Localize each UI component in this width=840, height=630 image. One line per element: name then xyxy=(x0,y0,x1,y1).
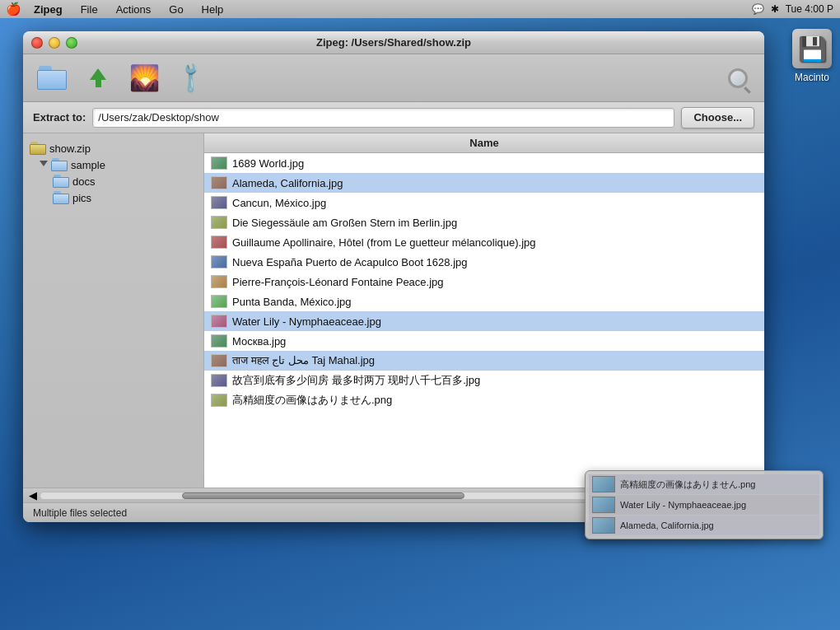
file-row[interactable]: Pierre-François-Léonard Fontaine Peace.j… xyxy=(204,272,764,292)
toolbar: 🌄 🔧 xyxy=(23,54,764,102)
open-button[interactable] xyxy=(33,60,71,96)
file-thumb xyxy=(211,315,227,328)
file-name: 1689 World.jpg xyxy=(232,157,304,170)
preview-thumb xyxy=(592,497,615,513)
magnify-handle xyxy=(744,86,750,93)
tools-button[interactable]: 🔧 xyxy=(171,60,209,96)
scrollbar-thumb[interactable] xyxy=(182,492,464,499)
sidebar: show.zip sample docs xyxy=(23,133,204,488)
extract-path-field[interactable]: /Users/zak/Desktop/show xyxy=(92,108,674,128)
menubar-file[interactable]: File xyxy=(77,2,102,16)
file-thumb xyxy=(211,236,227,249)
file-row[interactable]: Guillaume Apollinaire, Hôtel (from Le gu… xyxy=(204,232,764,252)
file-list-header: Name xyxy=(204,133,764,153)
preview-row: 高精細度の画像はありません.png xyxy=(589,474,819,494)
file-name: Alameda, California.jpg xyxy=(232,177,343,189)
file-row[interactable]: 1689 World.jpg xyxy=(204,153,764,173)
preview-thumb xyxy=(592,476,615,492)
minimize-button[interactable] xyxy=(49,37,60,49)
file-row[interactable]: Alameda, California.jpg xyxy=(204,173,764,193)
extract-label: Extract to: xyxy=(33,111,86,124)
file-thumb xyxy=(211,354,227,367)
file-thumb xyxy=(211,394,227,407)
preview-label: Alameda, California.jpg xyxy=(620,520,714,530)
file-name: Nueva España Puerto de Acapulco Boot 162… xyxy=(232,256,468,268)
traffic-lights xyxy=(31,37,77,49)
content-area: show.zip sample docs xyxy=(23,133,764,488)
menubar-actions[interactable]: Actions xyxy=(112,2,156,16)
desktop-hd-icon[interactable]: 💾 Macinto xyxy=(792,29,832,83)
bluetooth-icon: ✱ xyxy=(771,3,779,15)
maximize-button[interactable] xyxy=(66,37,77,49)
wrench-icon: 🔧 xyxy=(172,59,209,96)
file-name: Punta Banda, México.jpg xyxy=(232,296,352,308)
preview-thumb xyxy=(592,517,615,534)
close-button[interactable] xyxy=(31,37,43,49)
preview-row: Water Lily - Nymphaeaceae.jpg xyxy=(589,495,819,515)
preview-popup: 高精細度の画像はありません.pngWater Lily - Nymphaeace… xyxy=(585,470,824,539)
pics-folder-icon xyxy=(53,191,69,204)
file-thumb xyxy=(211,216,227,229)
file-list[interactable]: 1689 World.jpgAlameda, California.jpgCan… xyxy=(204,153,764,488)
titlebar: Zipeg: /Users/Shared/show.zip xyxy=(23,31,764,54)
file-name: ताज महल محل تاج Taj Mahal.jpg xyxy=(232,354,375,367)
apple-menu[interactable]: 🍎 xyxy=(7,2,20,16)
main-window: Zipeg: /Users/Shared/show.zip 🌄 🔧 xyxy=(23,31,764,522)
preview-popup-inner: 高精細度の画像はありません.pngWater Lily - Nymphaeace… xyxy=(589,474,819,535)
preview-label: 高精細度の画像はありません.png xyxy=(620,478,755,491)
file-row[interactable]: Die Siegessäule am Großen Stern im Berli… xyxy=(204,212,764,232)
file-row[interactable]: Punta Banda, México.jpg xyxy=(204,292,764,311)
menubar-zipeg[interactable]: Zipeg xyxy=(30,2,67,16)
window-title: Zipeg: /Users/Shared/show.zip xyxy=(316,36,471,49)
preview-row: Alameda, California.jpg xyxy=(589,516,819,535)
docs-folder-icon xyxy=(53,175,69,188)
menubar: 🍎 Zipeg File Actions Go Help 💬 ✱ Tue 4:0… xyxy=(0,0,840,18)
file-thumb xyxy=(211,176,227,189)
file-row[interactable]: Москва.jpg xyxy=(204,331,764,351)
file-thumb xyxy=(211,334,227,348)
file-row[interactable]: 故宫到底有多少间房 最多时两万 现时八千七百多.jpg xyxy=(204,371,764,390)
file-row[interactable]: Cancun, México.jpg xyxy=(204,193,764,212)
file-name: Москва.jpg xyxy=(232,335,286,348)
extract-row: Extract to: /Users/zak/Desktop/show Choo… xyxy=(23,102,764,133)
file-thumb xyxy=(211,295,227,308)
file-thumb xyxy=(211,275,227,288)
scroll-left-button[interactable]: ◀ xyxy=(26,490,40,502)
file-row[interactable]: Nueva España Puerto de Acapulco Boot 162… xyxy=(204,252,764,272)
extract-button[interactable] xyxy=(79,60,117,96)
menubar-help[interactable]: Help xyxy=(198,2,228,16)
sample-folder-icon xyxy=(51,158,68,171)
preview-label: Water Lily - Nymphaeaceae.jpg xyxy=(620,500,746,510)
docs-label: docs xyxy=(72,175,95,188)
hd-label: Macinto xyxy=(795,72,829,83)
file-name: Die Siegessäule am Großen Stern im Berli… xyxy=(232,217,457,229)
file-name: 故宫到底有多少间房 最多时两万 现时八千七百多.jpg xyxy=(232,373,480,388)
zip-root-label: show.zip xyxy=(49,142,91,155)
menubar-go[interactable]: Go xyxy=(165,2,187,16)
file-row[interactable]: Water Lily - Nymphaeaceae.jpg xyxy=(204,311,764,331)
menubar-right: 💬 ✱ Tue 4:00 P xyxy=(752,3,833,15)
file-thumb xyxy=(211,255,227,268)
sidebar-item-docs[interactable]: docs xyxy=(23,173,203,189)
file-list-container: Name 1689 World.jpgAlameda, California.j… xyxy=(204,133,764,488)
sidebar-item-pics[interactable]: pics xyxy=(23,189,203,206)
file-row[interactable]: ताज महल محل تاج Taj Mahal.jpg xyxy=(204,351,764,371)
message-icon: 💬 xyxy=(752,3,764,15)
file-name: Pierre-François-Léonard Fontaine Peace.j… xyxy=(232,276,444,288)
folder-icon xyxy=(37,66,67,91)
file-name: Cancun, México.jpg xyxy=(232,197,326,209)
choose-button[interactable]: Choose... xyxy=(681,107,754,128)
upload-icon xyxy=(83,63,113,93)
sample-label: sample xyxy=(71,159,105,171)
clock: Tue 4:00 P xyxy=(786,3,833,15)
sidebar-item-show-zip[interactable]: show.zip xyxy=(23,140,203,156)
photo-icon: 🌄 xyxy=(129,63,160,92)
zip-folder-icon xyxy=(30,142,46,155)
sidebar-item-sample[interactable]: sample xyxy=(23,156,203,173)
file-name: 高精細度の画像はありません.png xyxy=(232,393,392,408)
file-row[interactable]: 高精細度の画像はありません.png xyxy=(204,390,764,410)
status-text: Multiple files selected xyxy=(33,507,127,519)
preview-button[interactable]: 🌄 xyxy=(125,60,163,96)
magnify-button[interactable] xyxy=(721,62,754,95)
hard-drive-icon: 💾 xyxy=(792,29,832,68)
